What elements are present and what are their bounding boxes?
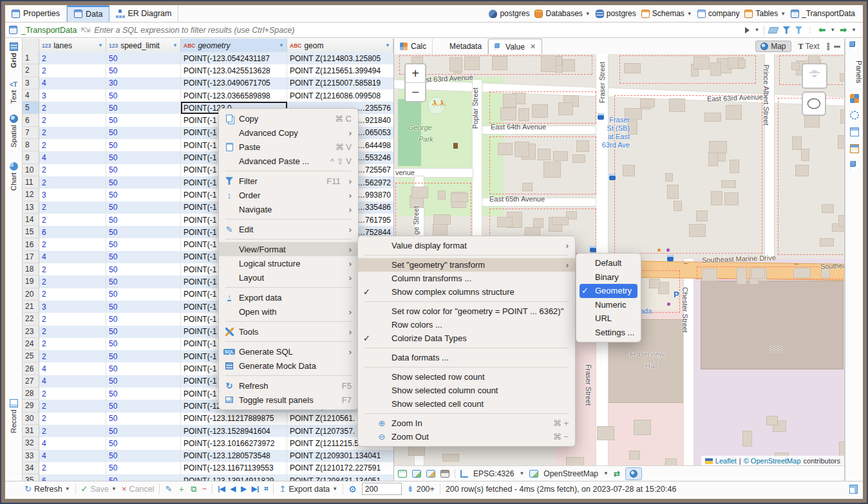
row-number[interactable]: 33 — [23, 450, 39, 462]
menu-item-geometry[interactable]: ✓Geometry — [580, 284, 637, 298]
menu-item-refresh[interactable]: ↻RefreshF5 — [219, 378, 358, 393]
delete-row-icon[interactable]: − — [202, 484, 207, 494]
cell-geom[interactable]: POINT Z(1215651.399494 — [287, 64, 393, 77]
cell-lanes[interactable]: 2 — [39, 387, 106, 400]
menu-item-open-with[interactable]: Open with› — [219, 304, 358, 319]
cell-geometry[interactable]: POINT(-123.0425513628 — [181, 64, 287, 77]
cell-speed-limit[interactable]: 50 — [106, 151, 181, 163]
export-data-button[interactable]: ↥Export data▼ — [279, 484, 337, 494]
menu-item-view-format[interactable]: View/Format› — [219, 242, 358, 256]
menu-item-order[interactable]: ↕Order› — [219, 188, 358, 202]
row-number[interactable]: 16 — [23, 238, 39, 250]
cell-lanes[interactable]: 2 — [39, 164, 106, 176]
presentation-tab-grid[interactable]: Grid — [5, 42, 22, 68]
add-row-icon[interactable]: ＋ — [177, 483, 185, 495]
cell-speed-limit[interactable]: 50 — [106, 89, 181, 102]
column-filter-arrow[interactable]: ▼ — [385, 42, 390, 48]
map-view-button[interactable]: Map — [755, 41, 791, 52]
cell-speed-limit[interactable]: 50 — [106, 400, 181, 412]
menu-item-value-display-format[interactable]: Value display format› — [358, 239, 575, 252]
cell-speed-limit[interactable]: 50 — [106, 313, 181, 325]
row-number[interactable]: 18 — [23, 263, 39, 275]
menu-item-zoom-out[interactable]: ⊖Zoom Out⌘ − — [358, 430, 575, 443]
breadcrumb-item-tables[interactable]: Tables▼ — [743, 8, 787, 19]
column-header-geometry[interactable]: ABCgeometry▼ — [181, 39, 287, 52]
row-number[interactable]: 26 — [23, 362, 39, 375]
back-caret[interactable]: ▼ — [830, 27, 835, 33]
cell-lanes[interactable]: 4 — [39, 375, 106, 387]
panel-tab-calc[interactable]: Calc — [394, 39, 433, 54]
row-number[interactable]: 28 — [23, 387, 39, 400]
osm-link[interactable]: © OpenStreetMap — [744, 457, 801, 465]
cell-speed-limit[interactable]: 50 — [106, 238, 181, 250]
presentation-tab-record[interactable]: Record — [5, 399, 22, 433]
cell-lanes[interactable]: 2 — [39, 201, 106, 214]
grid-panel-icon[interactable] — [850, 161, 859, 170]
row-number[interactable]: 35 — [23, 474, 39, 481]
breadcrumb-item-postgres[interactable]: postgres — [487, 8, 531, 19]
cell-speed-limit[interactable]: 50 — [106, 52, 181, 64]
menu-item-url[interactable]: URL — [576, 312, 641, 326]
cell-speed-limit[interactable]: 50 — [106, 462, 181, 474]
fetch-settings-icon[interactable]: ⚙ — [348, 484, 357, 494]
column-filter-arrow[interactable]: ▼ — [98, 42, 103, 48]
cell-lanes[interactable]: 2 — [39, 176, 106, 189]
cell-lanes[interactable]: 3 — [39, 301, 106, 313]
breadcrumb-item-schemas[interactable]: Schemas▼ — [640, 8, 693, 19]
presentation-tab-text[interactable]: <TText — [5, 81, 22, 104]
basemap-caret[interactable]: ▼ — [603, 471, 609, 476]
menu-item-set-geometry-transform[interactable]: Set "geometry" transform› — [358, 258, 575, 272]
presentation-tab-spatial[interactable]: Spatial — [5, 115, 22, 147]
minimize-icon[interactable] — [834, 46, 840, 48]
row-number[interactable]: 27 — [23, 375, 39, 387]
focus-cell-icon[interactable]: ⌗ — [264, 485, 268, 493]
zoom-in-button[interactable]: + — [406, 64, 425, 83]
show-on-map-button[interactable] — [625, 467, 642, 480]
cell-lanes[interactable]: 2 — [39, 64, 106, 77]
close-tab-icon[interactable]: ✕ — [530, 42, 536, 51]
row-number[interactable]: 6 — [23, 114, 39, 126]
cell-lanes[interactable]: 4 — [39, 362, 106, 375]
flip-coordinates-icon[interactable]: ⇄ — [614, 469, 620, 478]
apply-filter-icon[interactable] — [745, 27, 750, 33]
zoom-out-button[interactable]: − — [406, 83, 425, 101]
cell-lanes[interactable]: 2 — [39, 413, 106, 425]
menu-item-toggle-result-panels[interactable]: Toggle result panelsF7 — [219, 393, 358, 407]
cell-geom[interactable]: POINT Z(1215007.585819 — [287, 77, 393, 89]
cell-lanes[interactable]: 2 — [39, 102, 106, 114]
map-layers-control[interactable] — [802, 63, 827, 89]
result-info-icon[interactable] — [849, 485, 858, 494]
cell-lanes[interactable]: 2 — [39, 350, 106, 362]
cell-speed-limit[interactable]: 50 — [106, 437, 181, 449]
menu-item-show-complex-columns-structure[interactable]: ✓Show complex columns structure — [358, 285, 575, 299]
row-number[interactable]: 32 — [23, 437, 39, 449]
row-number[interactable]: 2 — [23, 64, 39, 77]
cell-lanes[interactable]: 2 — [39, 313, 106, 325]
menu-item-export-data[interactable]: ↑Export data — [219, 290, 358, 304]
cell-lanes[interactable]: 2 — [39, 275, 106, 288]
cell-speed-limit[interactable]: 50 — [106, 301, 181, 313]
cell-lanes[interactable]: 3 — [39, 89, 106, 102]
cell-speed-limit[interactable]: 50 — [106, 288, 181, 301]
cell-lanes[interactable]: 2 — [39, 400, 106, 412]
cell-geom[interactable]: POINT Z(1209301.134041 — [287, 450, 393, 462]
crs-caret[interactable]: ▼ — [519, 471, 524, 476]
previous-row-icon[interactable]: ◀ — [231, 485, 236, 493]
dropdown-caret[interactable]: ▼ — [780, 11, 786, 17]
breadcrumb-item-company[interactable]: company — [696, 8, 741, 19]
row-number[interactable]: 22 — [23, 313, 39, 325]
row-number[interactable]: 21 — [23, 301, 39, 313]
cell-lanes[interactable]: 4 — [39, 77, 106, 89]
result-table-name[interactable]: _TransportData — [21, 26, 77, 35]
menu-item-generate-mock-data[interactable]: Generate Mock Data — [219, 359, 358, 373]
save-button[interactable]: ✓Save▼ — [81, 484, 117, 494]
row-number[interactable]: 10 — [23, 164, 39, 176]
cell-speed-limit[interactable]: 50 — [106, 201, 181, 214]
cell-geom[interactable]: POINT Z(1214803.125805 — [287, 52, 393, 64]
breadcrumb-item-_transportdata[interactable]: _TransportData — [789, 8, 856, 19]
row-number[interactable]: 11 — [23, 176, 39, 189]
save-picture-icon[interactable] — [412, 470, 421, 478]
cell-speed-limit[interactable]: 50 — [106, 338, 181, 350]
tab-data[interactable]: Data — [67, 5, 109, 22]
column-header-geom[interactable]: ABCgeom▼ — [287, 39, 393, 52]
